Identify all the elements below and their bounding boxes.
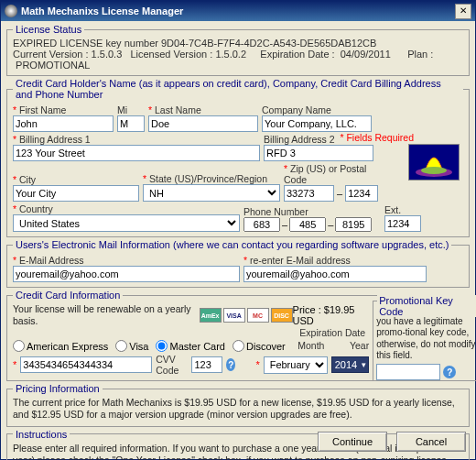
email-legend: Users's Electronic Mail Information (whe… bbox=[13, 239, 451, 250]
phone2-input[interactable] bbox=[289, 217, 326, 232]
window-title: Math Mechanixs License Manager bbox=[21, 5, 455, 16]
radio-visa[interactable]: Visa bbox=[115, 340, 148, 352]
titlebar: Math Mechanixs License Manager ✕ bbox=[1, 1, 475, 21]
license-key-line: EXPIRED LICENSE key number 9D04-7C4B-F7F… bbox=[13, 38, 463, 49]
version-line: Current Version : 1.5.0.3 Licensed Versi… bbox=[13, 49, 463, 71]
year-select[interactable]: 2014 bbox=[331, 356, 369, 373]
radio-mc[interactable]: Master Card bbox=[156, 340, 225, 352]
close-button[interactable]: ✕ bbox=[455, 4, 471, 19]
city-input[interactable] bbox=[13, 185, 139, 202]
email-confirm-input[interactable] bbox=[243, 266, 427, 282]
zip-input[interactable] bbox=[284, 185, 334, 202]
window: Math Mechanixs License Manager ✕ License… bbox=[0, 0, 476, 460]
cc-legend: Credit Card Information bbox=[13, 290, 123, 301]
ext-input[interactable] bbox=[384, 215, 421, 232]
app-icon bbox=[5, 5, 17, 17]
first-name-input[interactable] bbox=[13, 115, 114, 132]
license-status-legend: License Status bbox=[13, 24, 84, 35]
fields-required-label: * Fields Required bbox=[340, 132, 414, 143]
addr2-input[interactable] bbox=[264, 145, 373, 161]
svg-point-1 bbox=[421, 167, 447, 174]
mi-input[interactable] bbox=[117, 115, 145, 132]
radio-disc[interactable]: Discover bbox=[233, 340, 286, 352]
promo-input[interactable] bbox=[376, 364, 440, 380]
content: License Status EXPIRED LICENSE key numbe… bbox=[1, 21, 475, 460]
radio-amex[interactable]: American Express bbox=[13, 340, 108, 352]
cancel-button[interactable]: Cancel bbox=[396, 432, 466, 452]
promo-group: Promotional Key Code Use this field ONLY… bbox=[373, 301, 476, 381]
pricing-group: Pricing Information The current price fo… bbox=[6, 383, 470, 426]
holder-legend: Credit Card Holder's Name (as it appears… bbox=[13, 78, 463, 100]
month-select[interactable]: February bbox=[264, 356, 328, 374]
license-status-group: License Status EXPIRED LICENSE key numbe… bbox=[6, 24, 470, 76]
cvv-input[interactable] bbox=[191, 356, 222, 373]
holder-group: Credit Card Holder's Name (as it appears… bbox=[6, 78, 470, 237]
card-brand-icons: AmExVISAMCDISC bbox=[200, 308, 293, 323]
phone1-input[interactable] bbox=[243, 217, 280, 232]
zip4-input[interactable] bbox=[345, 185, 378, 202]
email-input[interactable] bbox=[13, 266, 240, 282]
addr1-input[interactable] bbox=[13, 145, 260, 161]
last-name-input[interactable] bbox=[148, 115, 258, 132]
state-select[interactable]: NH bbox=[143, 184, 280, 202]
continue-button[interactable]: Continue bbox=[318, 432, 387, 452]
cc-group: Credit Card Information Promotional Key … bbox=[6, 290, 476, 381]
help-icon[interactable]: ? bbox=[443, 366, 456, 378]
company-input[interactable] bbox=[262, 115, 372, 132]
cc-number-input[interactable] bbox=[20, 356, 152, 373]
decorative-image bbox=[408, 144, 460, 181]
cvv-help-icon[interactable]: ? bbox=[226, 358, 235, 371]
email-group: Users's Electronic Mail Information (whe… bbox=[6, 239, 470, 288]
country-select[interactable]: United States bbox=[13, 214, 240, 232]
phone3-input[interactable] bbox=[335, 217, 372, 232]
